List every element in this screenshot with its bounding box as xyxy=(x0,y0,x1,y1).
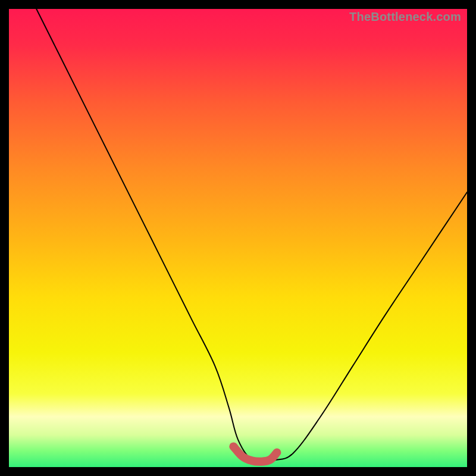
chart-frame: TheBottleneck.com xyxy=(0,0,476,476)
chart-curve-layer xyxy=(9,9,467,467)
optimal-band-marker xyxy=(233,446,277,461)
plot-area: TheBottleneck.com xyxy=(9,9,467,467)
watermark: TheBottleneck.com xyxy=(349,10,461,24)
bottleneck-curve xyxy=(36,9,467,463)
